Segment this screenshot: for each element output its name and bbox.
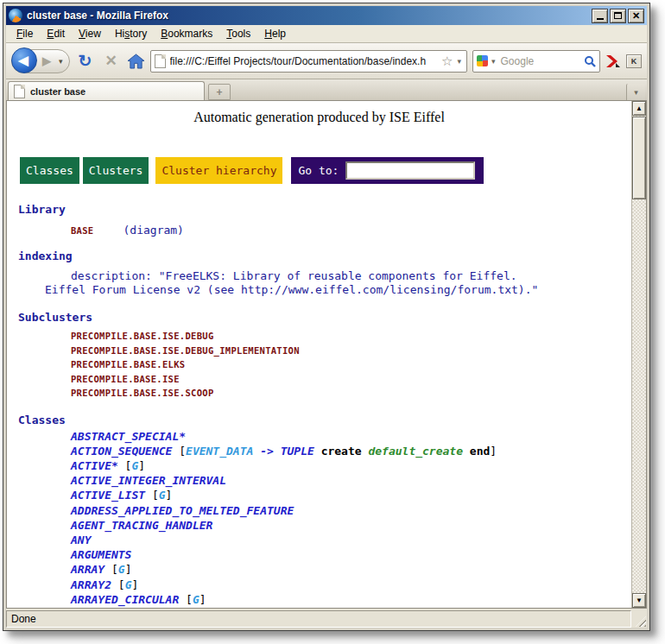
class-text: [ (104, 563, 118, 576)
class-text (314, 445, 321, 458)
class-link[interactable]: AGENT_TRACING_HANDLER (71, 519, 212, 532)
class-list-item: ACTIVE_INTEGER_INTERVAL (7, 473, 631, 488)
minimize-button[interactable] (592, 9, 608, 23)
class-list-item: ABSTRACT_SPECIAL* (7, 429, 631, 444)
resize-grip[interactable] (633, 610, 647, 628)
class-list-item: ARRAY2 [G] (7, 578, 631, 592)
class-link[interactable]: ADDRESS_APPLIED_TO_MELTED_FEATURE (71, 504, 294, 517)
new-tab-button[interactable]: + (208, 84, 231, 100)
url-bar[interactable]: file:///C:/Eiffel Projects/tour/Document… (150, 50, 467, 73)
menu-view[interactable]: View (72, 26, 108, 41)
subcluster-link[interactable]: PRECOMPILE.BASE.ISE.DEBUG_IMPLEMENTATION (7, 344, 631, 358)
search-box[interactable]: ▾ Google (472, 50, 600, 73)
menu-edit[interactable]: Edit (40, 26, 72, 41)
cluster-hierarchy-button[interactable]: Cluster hierarchy (155, 157, 282, 184)
goto-input[interactable] (345, 161, 475, 180)
scrollbar-thumb[interactable] (632, 117, 646, 199)
search-icon[interactable] (584, 55, 596, 67)
class-link[interactable]: ARRAYED_CIRCULAR (71, 593, 179, 606)
google-logo-icon (477, 55, 488, 66)
class-link[interactable]: ACTIVE_LIST (71, 489, 145, 502)
scroll-up-button[interactable]: ▲ (632, 101, 646, 116)
scrollbar-track[interactable] (632, 199, 646, 593)
subcluster-link[interactable]: PRECOMPILE.BASE.ISE.SCOOP (7, 386, 631, 401)
refresh-button[interactable]: ↻ (75, 53, 96, 69)
menu-help[interactable]: Help (257, 26, 293, 41)
class-list-item: ANY (7, 533, 631, 547)
class-link[interactable]: TUPLE (281, 445, 314, 458)
back-button[interactable]: ◀ (11, 47, 37, 73)
bookmark-star-icon[interactable]: ☆ (441, 54, 453, 67)
back-arrow-icon: ◀ (18, 54, 28, 66)
generic-param-link[interactable]: G (159, 489, 166, 502)
class-text: create (321, 445, 362, 458)
titlebar[interactable]: cluster base - Mozilla Firefox ✕ (6, 6, 647, 25)
content-viewport: Automatic generation produced by ISE Eif… (6, 101, 647, 609)
class-link[interactable]: ARRAY (71, 563, 104, 576)
clusters-button[interactable]: Clusters (83, 157, 149, 184)
scroll-down-button[interactable]: ▼ (632, 593, 646, 608)
list-all-tabs-button[interactable]: ▾ (626, 84, 645, 100)
search-placeholder[interactable]: Google (501, 55, 580, 67)
class-list-item: ARRAY [G] (7, 562, 631, 577)
diagram-link[interactable]: (diagram) (124, 224, 184, 237)
class-link[interactable]: ABSTRACT_SPECIAL* (71, 430, 186, 443)
library-heading: Library (7, 203, 631, 216)
class-link[interactable]: ANY (71, 534, 91, 546)
navigation-toolbar: ◀ ▶ ▾ ↻ ✕ file:///C:/Eiffel Projects/tou… (6, 43, 647, 79)
classes-button[interactable]: Classes (20, 157, 79, 184)
class-list-item: ACTION_SEQUENCE [EVENT_DATA -> TUPLE cre… (7, 444, 631, 458)
generic-param-link[interactable]: G (118, 563, 125, 576)
subcluster-link[interactable]: PRECOMPILE.BASE.ELKS (7, 357, 631, 372)
class-text: end (470, 445, 490, 458)
class-link[interactable]: -> (253, 445, 280, 458)
class-list-item: ARGUMENTS (7, 547, 631, 562)
back-forward-group: ◀ ▶ ▾ (11, 49, 70, 73)
menu-tools[interactable]: Tools (219, 26, 257, 41)
library-name-link[interactable]: BASE (71, 225, 94, 236)
generic-param-link[interactable]: EVENT_DATA (186, 445, 253, 458)
vertical-scrollbar[interactable]: ▲ ▼ (631, 101, 646, 608)
history-dropdown-button[interactable]: ▾ (56, 57, 66, 66)
class-list-item: ACTIVE* [G] (7, 458, 631, 473)
generic-param-link[interactable]: G (193, 593, 200, 606)
status-text: Done (6, 610, 631, 628)
page-button-row: Classes Clusters Cluster hierarchy Go to… (20, 157, 631, 184)
subcluster-link[interactable]: PRECOMPILE.BASE.ISE (7, 372, 631, 387)
class-link[interactable]: ACTIVE_INTEGER_INTERVAL (71, 474, 226, 487)
url-text[interactable]: file:///C:/Eiffel Projects/tour/Document… (170, 55, 437, 67)
tab-cluster-base[interactable]: cluster base (8, 81, 205, 100)
goto-label: Go to: (298, 164, 339, 177)
close-icon: ✕ (632, 11, 640, 21)
class-text: [ (111, 578, 125, 591)
menu-bookmarks[interactable]: Bookmarks (154, 26, 219, 41)
classes-list: ABSTRACT_SPECIAL*ACTION_SEQUENCE [EVENT_… (7, 429, 631, 609)
close-button[interactable]: ✕ (628, 9, 644, 23)
class-text: [ (145, 489, 159, 502)
forward-button[interactable]: ▶ (37, 54, 56, 67)
home-icon (127, 54, 145, 69)
class-link[interactable]: ARRAY2 (71, 578, 111, 591)
menu-history[interactable]: History (108, 26, 154, 41)
url-dropdown-button[interactable]: ▾ (457, 57, 463, 66)
class-text: ] (490, 445, 497, 458)
indexing-description-line2: Eiffel Forum License v2 (see http://www.… (7, 283, 631, 297)
page-title: Automatic generation produced by ISE Eif… (7, 101, 631, 125)
k-extension-button[interactable]: K (626, 54, 642, 68)
class-link[interactable]: ACTION_SEQUENCE (71, 445, 172, 458)
maximize-button[interactable] (610, 9, 626, 23)
search-engine-dropdown[interactable]: ▾ (491, 57, 497, 66)
class-link[interactable]: ARGUMENTS (71, 548, 131, 561)
minimize-icon (597, 18, 604, 20)
class-link[interactable]: ACTIVE* (71, 459, 118, 472)
kaspersky-icon[interactable] (605, 54, 621, 68)
stop-button[interactable]: ✕ (101, 54, 122, 68)
class-text: ] (166, 489, 173, 502)
home-button[interactable] (127, 54, 145, 69)
class-text: default_create (368, 445, 463, 458)
tab-label: cluster base (30, 86, 86, 97)
menu-file[interactable]: File (10, 26, 40, 41)
subcluster-link[interactable]: PRECOMPILE.BASE.ISE.DEBUG (7, 329, 631, 344)
subclusters-heading: Subclusters (7, 311, 631, 324)
browser-window: cluster base - Mozilla Firefox ✕ FileEdi… (3, 3, 650, 631)
